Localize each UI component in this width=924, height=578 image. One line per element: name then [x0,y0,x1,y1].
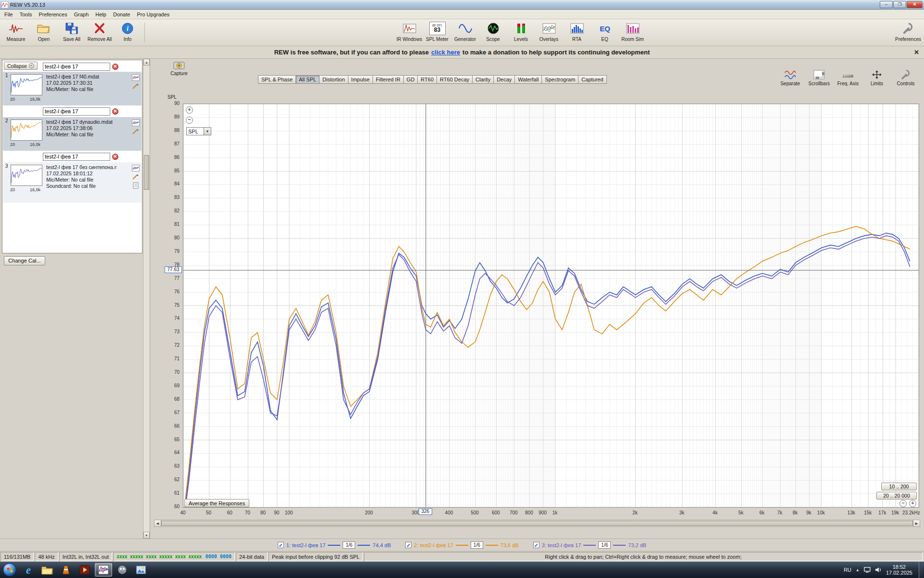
measurement-3-thumbnail[interactable] [11,165,42,186]
taskbar-app-internet-explorer[interactable]: e [20,563,37,577]
info-button[interactable]: i Info [114,20,141,45]
tab-captured[interactable]: Captured [578,75,606,84]
close-button[interactable]: ✕ [907,1,923,8]
zoom-preset-20-20000-button[interactable]: 20 .. 20 000 [876,492,917,499]
trace-2-smoothing-button[interactable]: 1/6 [471,541,483,549]
average-responses-button[interactable]: Average the Responses [184,499,249,507]
scope-button[interactable]: Scope [479,20,507,45]
graph-horizontal-scrollbar[interactable]: ◀ ▶ [154,520,920,527]
sidebar-scrollbar[interactable]: ▲ ▼ [143,59,150,539]
tab-rt60[interactable]: RT60 [418,75,437,84]
zoom-in-x-icon[interactable]: + [909,500,916,507]
minimize-button[interactable]: – [880,1,893,8]
trace-1-checkbox[interactable]: ✓ [278,542,284,548]
start-button[interactable] [3,563,16,577]
trim-pencil-icon[interactable] [132,173,140,180]
controls-button[interactable]: Controls [893,69,918,86]
menu-preferences[interactable]: Preferences [35,10,70,19]
spl-chart[interactable] [183,104,919,507]
spl-plot-area[interactable]: + − SPL ▼ Average the Responses 10 .. 20… [183,104,919,508]
generator-button[interactable]: Generator [451,20,479,45]
display-tray-icon[interactable] [864,567,871,573]
zoom-preset-10-200-button[interactable]: 10 .. 200 [881,483,917,490]
mini-chart-icon[interactable] [132,119,140,126]
save-all-button[interactable]: Save All [58,20,86,45]
freq-axis-button[interactable]: Freq. Axis [835,69,860,86]
notes-icon[interactable] [132,182,140,189]
volume-tray-icon[interactable] [875,567,882,573]
limits-button[interactable]: Limits [864,69,889,86]
taskbar-app-image-viewer[interactable] [132,563,150,577]
clock[interactable]: 18:52 17.02.2025 [886,564,912,576]
levels-button[interactable]: Levels [507,20,535,45]
spl-meter-button[interactable]: dB SPL83 SPL Meter [424,20,451,45]
tab-distortion[interactable]: Distortion [320,75,348,84]
measurement-1-name-input[interactable] [43,63,110,71]
measurement-1-delete-button[interactable]: ✕ [112,64,118,70]
measurement-2-delete-button[interactable]: ✕ [112,108,118,115]
menu-pro-upgrades[interactable]: Pro Upgrades [133,10,173,19]
tab-spl-phase[interactable]: SPL & Phase [258,75,296,84]
eq-button[interactable]: EQ EQ [591,20,619,45]
tab-waterfall[interactable]: Waterfall [515,75,542,84]
mini-chart-icon[interactable] [132,165,140,171]
measurement-2-row[interactable]: 2 20 16,0k test2-l фев 17 dynaudio.mdat … [3,117,141,151]
collapse-panel-button[interactable]: Collapse « [4,62,38,70]
scroll-right-icon[interactable]: ▶ [913,520,920,526]
menu-donate[interactable]: Donate [110,10,133,19]
scroll-left-icon[interactable]: ◀ [154,520,161,526]
change-cal-button[interactable]: Change Cal... [4,256,45,265]
separate-button[interactable]: Separate [778,69,803,86]
remove-all-button[interactable]: Remove All [86,20,114,45]
scroll-up-icon[interactable]: ▲ [143,59,150,66]
show-desktop-button[interactable] [919,562,923,578]
measurement-1-row[interactable]: 1 20 16,0k test2-l фев 17 f40.mdat 17.02… [3,72,141,105]
trace-1-smoothing-button[interactable]: 1/6 [343,541,355,549]
taskbar-app-vlc[interactable] [57,563,75,577]
trace-type-select[interactable]: SPL ▼ [186,127,211,135]
preferences-button[interactable]: Preferences [894,20,922,45]
zoom-in-y-icon[interactable]: + [186,106,193,114]
measurement-2-thumbnail[interactable] [11,119,42,141]
menu-help[interactable]: Help [92,10,110,19]
rta-button[interactable]: RTA [563,20,591,45]
open-button[interactable]: Open [30,20,58,45]
maximize-button[interactable]: ❐ [893,1,906,8]
ir-windows-button[interactable]: IR Windows [396,20,424,45]
trace-3-checkbox[interactable]: ✓ [533,542,539,548]
menu-file[interactable]: File [1,10,16,19]
tab-rt60-decay[interactable]: RT60 Decay [437,75,473,84]
measurement-1-thumbnail[interactable] [11,74,42,95]
taskbar-app-media-player[interactable] [76,563,93,577]
zoom-out-x-icon[interactable]: − [899,500,907,507]
measurement-3-row[interactable]: 3 20 16,0k test2-l фев 17 без синтепона.… [3,162,141,203]
menu-tools[interactable]: Tools [16,10,36,19]
tab-impulse[interactable]: Impulse [348,75,373,84]
taskbar-app-explorer[interactable] [38,563,56,577]
room-sim-button[interactable]: Room Sim [619,20,647,45]
trim-pencil-icon[interactable] [132,83,140,90]
tab-gd[interactable]: GD [404,75,418,84]
mini-chart-icon[interactable] [132,74,140,81]
donate-link[interactable]: click here [431,49,460,56]
zoom-out-y-icon[interactable]: − [186,117,193,124]
keyboard-layout[interactable]: RU [844,567,851,573]
tab-all-spl[interactable]: All SPL [296,75,320,84]
graph-scrollbar-thumb[interactable] [161,521,913,526]
measure-button[interactable]: Measure [2,20,30,45]
trace-3-smoothing-button[interactable]: 1/6 [598,541,611,549]
menu-graph[interactable]: Graph [71,10,92,19]
scrollbars-button[interactable]: Scrollbars [807,69,832,86]
taskbar-app-rew[interactable] [95,563,112,577]
scroll-down-icon[interactable]: ▼ [143,532,150,539]
measurement-2-name-input[interactable] [43,107,110,116]
tab-clarity[interactable]: Clarity [473,75,494,84]
sidebar-scrollbar-thumb[interactable] [144,155,149,190]
trim-pencil-icon[interactable] [132,128,140,135]
tab-filtered-ir[interactable]: Filtered IR [373,75,404,84]
measurement-3-delete-button[interactable]: ✕ [112,154,118,160]
banner-close-icon[interactable]: ✕ [914,49,919,56]
tab-decay[interactable]: Decay [494,75,515,84]
measurement-3-name-input[interactable] [43,153,110,161]
tray-expand-icon[interactable]: ▲ [856,568,860,572]
